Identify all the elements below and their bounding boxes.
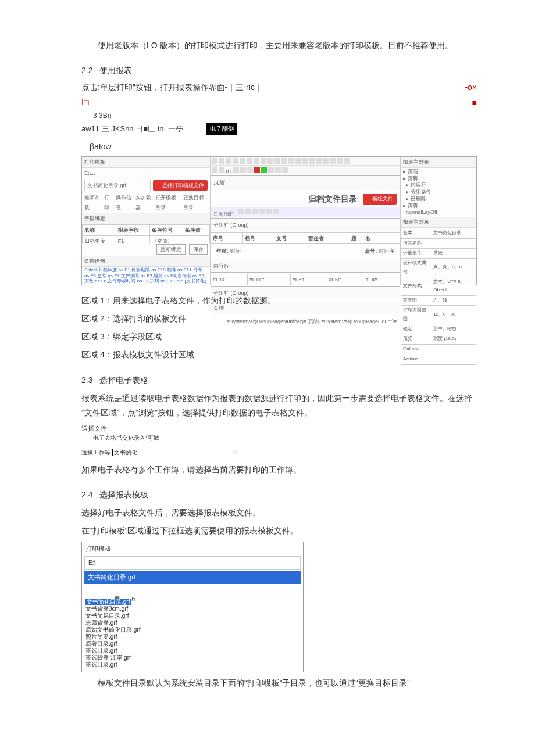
content-row[interactable]: 内容行 <box>211 260 400 273</box>
intro-paragraph: 使用老版本（LO 版本）的打印模式进行打印，主要用来兼容老版本的打印模板。目前不… <box>81 38 477 53</box>
section-label: 选择报表模板 <box>99 490 148 499</box>
s24-p2: 在“打印模板”区域通过下拉框选项需要使用的报表模板文件。 <box>81 524 477 538</box>
section-2-3-title: 2.3 选择电子表格 <box>81 373 477 388</box>
save-button[interactable]: 保存 <box>189 244 208 255</box>
tab-info[interactable]: 操作信息 <box>116 193 132 212</box>
s22-line5: βaIow <box>90 139 477 154</box>
page-header-box[interactable]: 页眉 <box>211 175 400 189</box>
s22-line2: I□ ■ <box>81 95 477 110</box>
section-num: 2.2 <box>81 66 92 75</box>
table-row[interactable]: 归档年度F1〈空值〉 <box>83 236 210 243</box>
template-select[interactable]: 文书简化目录.grf <box>84 180 151 191</box>
sql-header: 查询语句 <box>82 256 210 267</box>
left-pane: 打印模板 E:\... 文书简化目录.grf 选择打印模板文件 最新加载 打印 … <box>82 157 211 285</box>
s23-p1: 报表系统是通过读取电子表格数据作为报表的数据源进行打印的，因此第一步需要选择电子… <box>81 391 477 420</box>
template-mid-labels: 日期 豆 <box>82 585 303 597</box>
s22-line3: 3 3Bn <box>93 110 477 123</box>
section-2-4-title: 2.4 选择报表模板 <box>81 488 477 502</box>
template-panel-title: 打印模板 <box>82 542 303 556</box>
text: 点击:单层打印”按钮，打开报表操作界面- <box>81 80 227 95</box>
list-item[interactable]: 原著目录.grf <box>85 640 299 647</box>
list-item[interactable]: 志愿背脊.grf <box>85 619 299 626</box>
dark-badge: 电 7 酮倒 <box>206 123 237 135</box>
tab-row: 最新加载 打印 操作信息 实加载器 打开模板目录 更换目标目录 <box>82 192 210 213</box>
field-bind-header: 字段绑定 <box>82 213 210 224</box>
s23-p2: 如果电子表格有多个工作簿，请选择当前需要打印的工作簿。 <box>81 463 477 477</box>
section-2-2-title: 2.2 使用报表 <box>81 63 477 78</box>
report-editor-screenshot: 打印模板 E:\... 文书简化目录.grf 选择打印模板文件 最新加载 打印 … <box>81 156 477 285</box>
property-pane: 报表主对象 ▸ 页眉 ▸ 页脚 ▸ 内容行 ▸ 分组条件 ▸ 已删除 ▸ 页脚 … <box>401 157 476 285</box>
tab-change-dir[interactable]: 更换目标目录 <box>183 193 208 212</box>
template-file-button[interactable]: 模板文件 <box>363 194 397 204</box>
s22-line1: 点击:单层打印”按钮，打开报表操作界面- ｜ 三·ric ｜ -o× <box>81 80 477 95</box>
col-field: 报表字段 <box>116 225 149 236</box>
text: 三·ric <box>236 80 255 95</box>
tab-loader[interactable]: 实加载器 <box>135 193 152 212</box>
text: ｜ <box>227 80 236 95</box>
window-close-indicator: -o× <box>465 80 477 95</box>
s24-p1: 选择好电子表格文件后，需要选择报表模板文件。 <box>81 506 477 520</box>
template-path: E:\... <box>82 168 210 178</box>
template-path: E:\ <box>84 556 301 570</box>
list-item[interactable]: 照片简要.grf <box>85 633 299 640</box>
section-label: 使用报表 <box>99 66 132 75</box>
red-square: ■ <box>472 95 477 110</box>
design-pane: BI 页眉 归档文件目录 模板文件 □ 明细栏 分组栏 (Group) 序号 档… <box>211 157 401 285</box>
template-dropdown-panel: 打印模板 E:\ 文书简化目录.grf 日期 豆 文书简化目录.grf 文书背脊… <box>81 542 304 672</box>
file-select-line2: 送操工作等 文书的化 3 <box>81 448 477 457</box>
section-num: 2.4 <box>81 490 92 499</box>
list-item[interactable]: 重选背脊-江岸.grf <box>85 654 299 661</box>
property-grid-header: 报表主对象 <box>401 217 476 228</box>
tab-open-dir[interactable]: 打开模板目录 <box>155 193 180 212</box>
list-item[interactable]: 重选目录.grf <box>85 661 299 668</box>
group-header[interactable]: 分组栏 (Group) <box>211 218 400 231</box>
file-select-title: 送择文件 <box>81 424 477 433</box>
sql-text: Select 归档年度 as F1,保管期限 as F10,档号 as F11,… <box>82 267 210 285</box>
col-op: 条件符号 <box>149 225 183 236</box>
rebind-button[interactable]: 重新绑定 <box>156 244 186 255</box>
tab-recent[interactable]: 最新加载 <box>84 193 101 212</box>
field-bind-table[interactable]: 名称 报表字段 条件符号 条件值 归档年度F1〈空值〉 保管期限F10〈空值〉 … <box>82 224 210 243</box>
report-data-row: #F1# #F11# #F3# #F5# #F4# <box>211 274 400 285</box>
toolbar-format[interactable]: BI <box>211 166 400 174</box>
toolbar-mid[interactable]: □ 明细栏 <box>211 207 400 217</box>
text: ｜ <box>255 80 263 95</box>
list-item[interactable]: 文书简化目录.grf <box>85 599 131 605</box>
section-label: 选择电子表格 <box>99 375 148 385</box>
file-select-block: 送择文件 电子表格书交化录入*可掀 送操工作等 文书的化 3 <box>81 424 477 457</box>
list-item[interactable]: 文书背脊3cm.grf <box>85 605 299 612</box>
list-item[interactable]: 原始文书简化目录.grf <box>85 626 299 633</box>
footer-expression: #SystemVar(GroupPageNumber)# 页/共 #System… <box>211 316 400 327</box>
template-selected[interactable]: 文书简化目录.grf <box>84 571 301 584</box>
list-item[interactable]: 文书简易目录.grf <box>85 612 299 619</box>
section-num: 2.3 <box>81 375 92 385</box>
toolbar-top[interactable] <box>211 157 400 166</box>
text: I□ <box>81 95 88 110</box>
property-grid[interactable]: 基本文书简化目录 报表名称 计量单位厘米 设计模式属性真、真、0、0 文件格式文… <box>401 228 476 364</box>
tab-print[interactable]: 打印 <box>104 193 112 212</box>
col-val: 条件值 <box>183 225 210 236</box>
list-item[interactable]: 重选目录.grf <box>85 647 299 654</box>
report-columns: 序号 档号 文号 责任者 题 名 <box>211 232 400 244</box>
s22-line4: aw11 三 JKSnn 日■匚 tn. 一亭 电 7 酮倒 <box>81 122 477 135</box>
text: aw11 三 JKSnn 日■匚 tn. 一亭 <box>81 122 183 135</box>
col-name: 名称 <box>83 225 116 236</box>
print-template-header: 打印模板 <box>82 157 210 168</box>
file-select-line1: 电子表格书交化录入*可掀 <box>93 433 477 442</box>
template-dropdown-list[interactable]: 文书简化目录.grf 文书背脊3cm.grf 文书简易目录.grf 志愿背脊.g… <box>82 597 303 672</box>
s24-footer: 模板文件目录默认为系统安装目录下面的“打印模板”子目录，也可以通过“更换目标目录… <box>81 676 477 690</box>
report-title: 归档文件目录 <box>308 192 357 206</box>
object-tree[interactable]: ▸ 页眉 ▸ 页脚 ▸ 内容行 ▸ 分组条件 ▸ 已删除 ▸ 页脚 normal… <box>401 168 476 217</box>
object-tree-header: 报表主对象 <box>401 157 476 168</box>
select-template-button[interactable]: 选择打印模板文件 <box>153 180 208 191</box>
